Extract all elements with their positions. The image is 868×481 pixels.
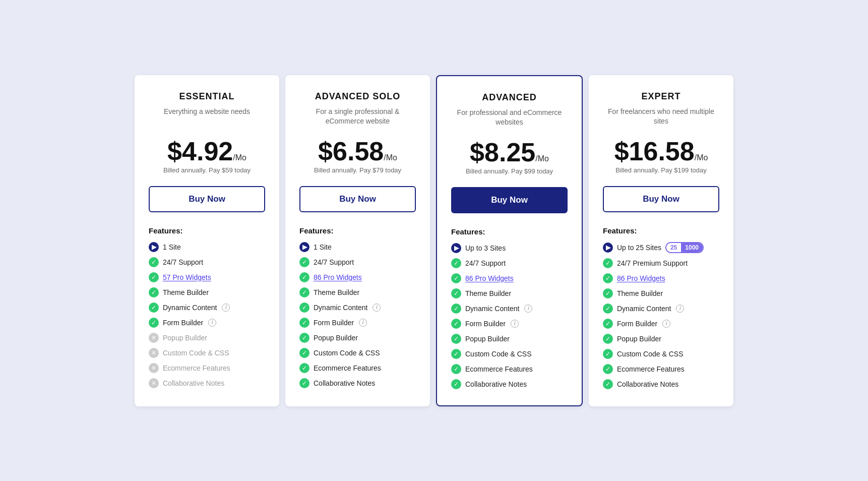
list-item: ✕Custom Code & CSS xyxy=(149,348,265,358)
plan-card-advanced: ADVANCEDFor professional and eCommerce w… xyxy=(436,75,583,406)
feature-text: Ecommerce Features xyxy=(163,364,230,372)
list-item: ✓24/7 Support xyxy=(451,258,568,268)
check-icon: ✓ xyxy=(299,348,309,358)
check-icon: ✓ xyxy=(451,319,461,329)
list-item: ✓Dynamic Contenti xyxy=(451,304,568,314)
price-period-advanced: /Mo xyxy=(535,154,549,163)
list-item: ✓Popup Builder xyxy=(451,334,568,344)
list-item: ✓Form Builderi xyxy=(149,318,265,328)
buy-button-advanced[interactable]: Buy Now xyxy=(451,187,568,213)
site-icon: ▶ xyxy=(603,243,613,253)
feature-text: Collaborative Notes xyxy=(163,379,224,387)
site-icon: ▶ xyxy=(299,242,309,252)
feature-text: Theme Builder xyxy=(314,288,359,296)
list-item: ✓Theme Builder xyxy=(451,288,568,298)
list-item: ✓Ecommerce Features xyxy=(603,364,719,374)
feature-text: Custom Code & CSS xyxy=(617,350,684,358)
check-icon: ✓ xyxy=(149,257,159,267)
feature-text: Up to 25 Sites xyxy=(617,244,661,252)
plan-card-expert: EXPERTFor freelancers who need multiple … xyxy=(589,75,733,406)
check-icon: ✓ xyxy=(299,318,309,328)
check-icon: ✓ xyxy=(603,379,613,389)
check-icon: ✓ xyxy=(603,273,613,283)
price-period-advanced-solo: /Mo xyxy=(384,153,397,162)
list-item: ✕Ecommerce Features xyxy=(149,363,265,373)
check-icon: ✓ xyxy=(603,319,613,329)
check-icon: ✓ xyxy=(603,334,613,344)
x-icon: ✕ xyxy=(149,378,159,388)
list-item: ✓Theme Builder xyxy=(149,287,265,297)
toggle-left[interactable]: 25 xyxy=(666,243,681,252)
feature-text: Collaborative Notes xyxy=(617,380,678,388)
feature-text: Popup Builder xyxy=(465,335,510,343)
list-item: ✓Theme Builder xyxy=(299,287,416,297)
feature-text: 1 Site xyxy=(163,243,181,251)
price-amount-essential: $4.92 xyxy=(167,137,233,166)
list-item: ✓Form Builderi xyxy=(451,319,568,329)
info-icon[interactable]: i xyxy=(524,305,532,313)
feature-text: 1 Site xyxy=(314,243,332,251)
feature-link[interactable]: 57 Pro Widgets xyxy=(163,273,211,281)
feature-text: Form Builder xyxy=(617,320,657,328)
list-item: ✓Ecommerce Features xyxy=(451,364,568,374)
list-item: ✓86 Pro Widgets xyxy=(299,272,416,282)
buy-button-essential[interactable]: Buy Now xyxy=(149,186,265,212)
list-item: ✓86 Pro Widgets xyxy=(451,273,568,283)
info-icon[interactable]: i xyxy=(662,320,670,328)
feature-text: 24/7 Support xyxy=(465,259,506,267)
feature-text: Dynamic Content xyxy=(617,305,671,313)
feature-text: Theme Builder xyxy=(465,289,511,297)
buy-button-expert[interactable]: Buy Now xyxy=(603,186,719,212)
buy-button-advanced-solo[interactable]: Buy Now xyxy=(299,186,416,212)
list-item: ✓Form Builderi xyxy=(603,319,719,329)
info-icon[interactable]: i xyxy=(676,305,684,313)
info-icon[interactable]: i xyxy=(208,319,216,327)
feature-link[interactable]: 86 Pro Widgets xyxy=(465,274,514,282)
feature-text: Dynamic Content xyxy=(314,304,367,312)
feature-link[interactable]: 86 Pro Widgets xyxy=(314,273,362,281)
feature-text: Popup Builder xyxy=(163,334,207,342)
plan-description-advanced: For professional and eCommerce websites xyxy=(451,108,568,129)
check-icon: ✓ xyxy=(451,364,461,374)
check-icon: ✓ xyxy=(603,258,613,268)
check-icon: ✓ xyxy=(451,273,461,283)
feature-text: Custom Code & CSS xyxy=(465,350,532,358)
feature-link[interactable]: 86 Pro Widgets xyxy=(617,274,665,282)
price-billing-expert: Billed annually. Pay $199 today xyxy=(603,166,719,174)
plan-description-essential: Everything a website needs xyxy=(149,107,265,128)
feature-text: Collaborative Notes xyxy=(465,380,527,388)
sites-toggle[interactable]: 251000 xyxy=(665,242,704,253)
plan-card-advanced-solo: ADVANCED SOLOFor a single professional &… xyxy=(285,75,430,406)
feature-text: 24/7 Premium Support xyxy=(617,259,688,267)
list-item: ✓Ecommerce Features xyxy=(299,363,416,373)
info-icon[interactable]: i xyxy=(222,304,230,312)
features-label-expert: Features: xyxy=(603,226,719,235)
check-icon: ✓ xyxy=(299,257,309,267)
check-icon: ✓ xyxy=(451,379,461,389)
info-icon[interactable]: i xyxy=(511,320,519,328)
price-amount-advanced-solo: $6.58 xyxy=(318,137,384,166)
plan-name-advanced: ADVANCED xyxy=(451,92,568,103)
info-icon[interactable]: i xyxy=(373,304,381,312)
feature-text: Form Builder xyxy=(314,319,354,327)
list-item: ✕Collaborative Notes xyxy=(149,378,265,388)
plan-price-essential: $4.92/Mo xyxy=(149,138,265,164)
sites-badge-container: Up to 25 Sites251000 xyxy=(617,242,704,253)
toggle-right[interactable]: 1000 xyxy=(681,243,703,252)
list-item: ✓Collaborative Notes xyxy=(603,379,719,389)
feature-text: 24/7 Support xyxy=(314,258,354,266)
info-icon[interactable]: i xyxy=(359,319,367,327)
feature-text: Form Builder xyxy=(465,320,506,328)
check-icon: ✓ xyxy=(149,287,159,297)
price-period-expert: /Mo xyxy=(695,153,708,162)
check-icon: ✓ xyxy=(149,303,159,313)
check-icon: ✓ xyxy=(299,287,309,297)
feature-text: Dynamic Content xyxy=(163,304,217,312)
check-icon: ✓ xyxy=(603,304,613,314)
price-amount-advanced: $8.25 xyxy=(470,138,535,167)
list-item: ✓Dynamic Contenti xyxy=(603,304,719,314)
check-icon: ✓ xyxy=(299,272,309,282)
list-item: ▶Up to 3 Sites xyxy=(451,243,568,253)
list-item: ✓Custom Code & CSS xyxy=(603,349,719,359)
feature-text: Ecommerce Features xyxy=(314,364,381,372)
